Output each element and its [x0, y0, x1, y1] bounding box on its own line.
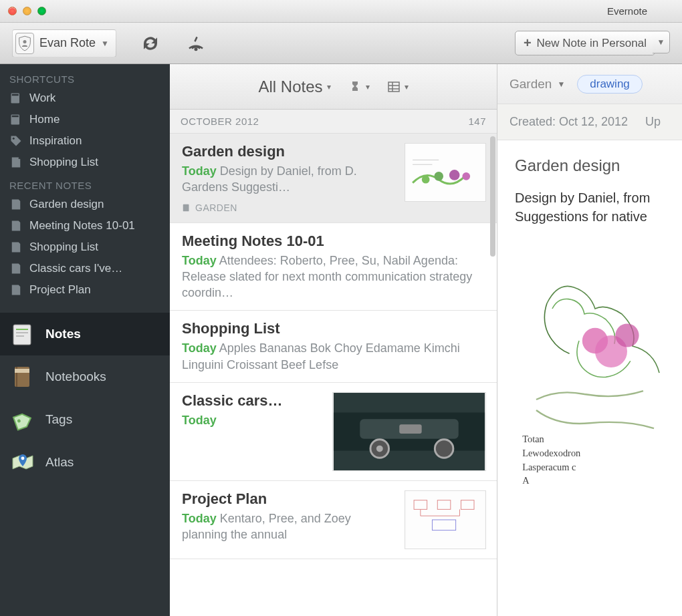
note-card-project-plan[interactable]: Project Plan Today Kentaro, Pree, and Zo… — [170, 481, 497, 559]
sidebar-item-label: Garden design — [29, 198, 104, 211]
note-thumbnail — [405, 143, 486, 202]
notes-nav-icon — [9, 321, 36, 347]
svg-point-25 — [449, 170, 460, 180]
chevron-down-icon: ▾ — [405, 82, 409, 92]
note-thumbnail — [332, 392, 486, 471]
note-date: Today — [182, 512, 217, 525]
list-view-icon — [387, 80, 401, 94]
shield-user-icon — [15, 33, 34, 54]
date-group-label: OCTOBER 2012 — [181, 116, 259, 127]
notes-scope-label: All Notes — [258, 78, 322, 96]
note-icon — [9, 241, 23, 254]
note-snippet: Today Kentaro, Pree, and Zoey planning t… — [182, 510, 396, 543]
note-snippet: Today Apples Bananas Bok Choy Edamame Ki… — [182, 340, 486, 373]
recent-classic-cars[interactable]: Classic cars I've… — [0, 258, 170, 279]
note-thumbnail — [405, 490, 486, 549]
detail-notebook-dropdown[interactable]: Garden ▼ — [509, 77, 565, 92]
note-title: Project Plan — [182, 490, 396, 508]
nav-label: Tags — [45, 412, 72, 427]
nav-atlas[interactable]: Atlas — [0, 441, 170, 484]
svg-point-31 — [376, 446, 383, 452]
shortcuts-header: SHORTCUTS — [0, 67, 170, 88]
new-note-label: New Note in Personal — [537, 37, 647, 50]
nav-tags[interactable]: Tags — [0, 398, 170, 441]
svg-point-41 — [615, 323, 639, 347]
note-card-garden[interactable]: Garden design Today Design by Daniel, fr… — [170, 134, 497, 223]
svg-rect-33 — [399, 424, 421, 434]
chevron-down-icon: ▾ — [366, 82, 370, 92]
new-note-dropdown[interactable]: ▼ — [653, 31, 670, 53]
shortcut-home[interactable]: Home — [0, 109, 170, 130]
minimize-window-button[interactable] — [23, 7, 31, 15]
shortcut-shopping-list[interactable]: Shopping List — [0, 152, 170, 173]
plus-icon: + — [524, 35, 532, 51]
svg-point-23 — [422, 176, 430, 184]
nav-label: Notes — [45, 327, 81, 341]
date-group-count: 147 — [468, 116, 486, 127]
notebook-small-icon — [182, 203, 191, 212]
sidebar-item-label: Inspiration — [29, 134, 82, 148]
reminder-icon — [348, 80, 362, 94]
recent-project-plan[interactable]: Project Plan — [0, 279, 170, 301]
note-title: Meeting Notes 10-01 — [182, 233, 486, 250]
notes-scope-dropdown[interactable]: All Notes ▾ — [258, 78, 330, 96]
account-dropdown[interactable]: Evan Rote ▼ — [12, 29, 116, 57]
activity-satellite-button[interactable] — [185, 32, 207, 55]
notes-list-header: All Notes ▾ ▾ ▾ — [170, 64, 497, 110]
shortcut-inspiration[interactable]: Inspiration — [0, 130, 170, 152]
note-icon — [9, 219, 23, 233]
sidebar-item-label: Shopping List — [29, 241, 98, 254]
note-date: Today — [182, 254, 217, 267]
svg-rect-21 — [183, 204, 189, 211]
note-date: Today — [182, 414, 217, 427]
sidebar-item-label: Home — [29, 113, 60, 126]
note-title: Classic cars… — [182, 392, 324, 410]
svg-rect-17 — [388, 82, 399, 92]
recent-shopping-list[interactable]: Shopping List — [0, 237, 170, 258]
note-date: Today — [182, 341, 217, 355]
map-nav-icon — [9, 449, 36, 476]
notebook-icon — [9, 113, 23, 126]
note-card-cars[interactable]: Classic cars… Today — [170, 383, 497, 481]
new-note-button[interactable]: + New Note in Personal — [515, 31, 655, 55]
shortcut-work[interactable]: Work — [0, 88, 170, 109]
sync-button[interactable] — [139, 32, 162, 55]
svg-rect-8 — [13, 325, 31, 345]
tag-nav-icon — [9, 406, 36, 433]
sort-button[interactable]: ▾ — [348, 80, 370, 94]
zoom-window-button[interactable] — [37, 7, 46, 15]
detail-note-title[interactable]: Garden design — [515, 156, 665, 175]
note-card-meeting[interactable]: Meeting Notes 10-01 Today Attendees: Rob… — [170, 223, 497, 311]
recent-meeting-notes[interactable]: Meeting Notes 10-01 — [0, 215, 170, 237]
svg-text:Lewodexodron: Lewodexodron — [522, 448, 580, 458]
svg-rect-10 — [16, 332, 28, 333]
note-card-shopping[interactable]: Shopping List Today Apples Bananas Bok C… — [170, 311, 497, 383]
detail-body[interactable]: Garden design Design by Daniel, from Sug… — [497, 140, 682, 616]
sidebar: SHORTCUTS Work Home Inspiration Shopping… — [0, 64, 170, 616]
detail-tag-pill[interactable]: drawing — [577, 75, 643, 94]
note-icon — [9, 283, 23, 297]
close-window-button[interactable] — [8, 7, 17, 15]
detail-note-text[interactable]: Design by Daniel, from Suggestions for n… — [515, 188, 665, 226]
notes-list[interactable]: Garden design Today Design by Daniel, fr… — [170, 134, 497, 616]
nav-label: Notebooks — [45, 369, 106, 384]
view-mode-button[interactable]: ▾ — [387, 80, 409, 94]
notes-list-column: All Notes ▾ ▾ ▾ OCTOBER 2012 147 Garden … — [170, 64, 497, 616]
svg-rect-22 — [406, 144, 484, 201]
recent-garden-design[interactable]: Garden design — [0, 194, 170, 215]
svg-point-32 — [435, 440, 453, 458]
chevron-down-icon: ▼ — [657, 37, 665, 47]
nav-notebooks[interactable]: Notebooks — [0, 355, 170, 398]
tag-icon — [9, 134, 23, 148]
note-snippet: Today — [182, 412, 324, 428]
window-titlebar: Evernote — [0, 0, 682, 23]
scrollbar[interactable] — [490, 136, 495, 257]
svg-rect-11 — [16, 335, 24, 337]
nav-notes[interactable]: Notes — [0, 313, 170, 355]
notes-date-group: OCTOBER 2012 147 — [170, 110, 497, 134]
sidebar-item-label: Classic cars I've… — [29, 262, 122, 275]
detail-notebook-bar: Garden ▼ drawing — [497, 64, 682, 104]
note-tag: GARDEN — [182, 202, 396, 213]
notebook-nav-icon — [9, 363, 36, 390]
note-title: Garden design — [182, 143, 396, 160]
